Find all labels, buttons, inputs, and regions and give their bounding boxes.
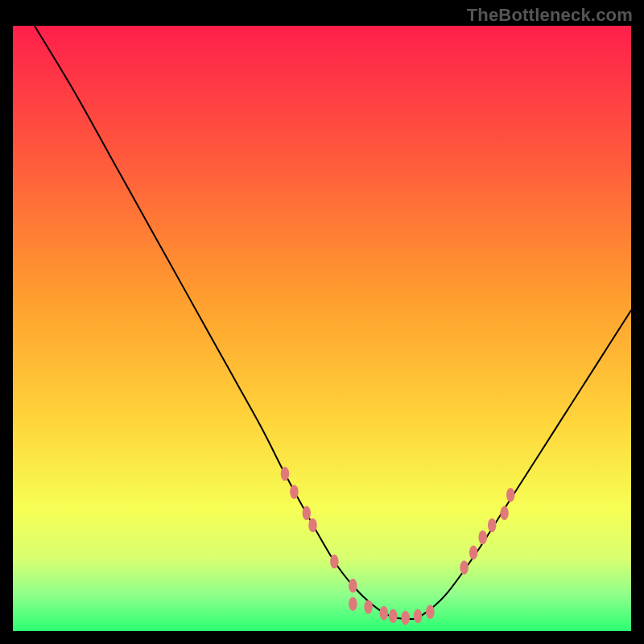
chart-stage: TheBottleneck.com (0, 0, 644, 644)
marker-dot (364, 600, 373, 614)
marker-dot (401, 611, 410, 625)
marker-dot (349, 597, 357, 611)
marker-dot (330, 555, 339, 569)
marker-dot (389, 609, 398, 623)
marker-dot (308, 518, 317, 533)
marker-dot (500, 506, 509, 521)
marker-dot (349, 579, 357, 593)
marker-dot (469, 545, 478, 559)
marker-dot (478, 530, 487, 545)
marker-dot (380, 606, 389, 621)
marker-dot (303, 506, 312, 521)
bottleneck-chart (0, 0, 644, 644)
marker-dot (506, 488, 515, 502)
marker-dot (426, 605, 435, 619)
marker-dot (281, 467, 290, 481)
watermark-text: TheBottleneck.com (467, 5, 633, 26)
marker-dot (460, 560, 469, 575)
marker-dot (414, 609, 423, 623)
marker-dot (488, 518, 497, 533)
marker-dot (290, 485, 299, 499)
